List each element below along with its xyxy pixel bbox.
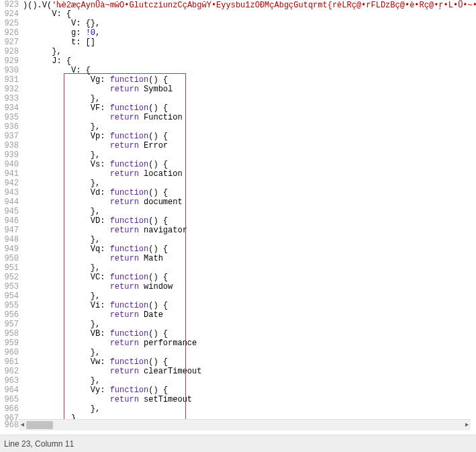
code-line[interactable]: 945 }, xyxy=(0,207,476,216)
code-line[interactable]: 926 g: !0, xyxy=(0,28,476,38)
code-content[interactable]: }, xyxy=(23,376,100,386)
code-content[interactable]: Vq: function() { xyxy=(23,244,168,254)
code-content[interactable]: Vw: function() { xyxy=(23,357,168,367)
code-content[interactable]: return Function xyxy=(23,113,183,122)
code-content[interactable]: Vi: function() { xyxy=(23,301,168,310)
code-content[interactable]: return Date xyxy=(23,310,163,320)
code-line[interactable]: 944 return document xyxy=(0,197,476,207)
code-line[interactable]: 958 VB: function() { xyxy=(0,329,476,338)
code-line[interactable]: 955 Vi: function() { xyxy=(0,301,476,310)
code-content[interactable]: }, xyxy=(23,207,100,216)
code-line[interactable]: 949 Vq: function() { xyxy=(0,244,476,254)
code-content[interactable]: Vg: function() { xyxy=(23,75,168,85)
code-line[interactable]: 950 return Math xyxy=(0,254,476,263)
code-content[interactable]: return Math xyxy=(23,254,163,263)
keyword-function: function xyxy=(110,188,149,197)
scroll-left-arrow-icon[interactable]: ◄ xyxy=(19,420,26,431)
code-line[interactable]: 925 V: {}, xyxy=(0,19,476,28)
code-content[interactable]: Vy: function() { xyxy=(23,386,168,395)
code-content[interactable]: V: {}, xyxy=(23,19,100,28)
code-line[interactable]: 956 return Date xyxy=(0,310,476,320)
code-line[interactable]: 939 }, xyxy=(0,150,476,160)
code-content[interactable]: return clearTimeout xyxy=(23,367,201,376)
code-content[interactable]: Vs: function() { xyxy=(23,160,168,169)
code-line[interactable]: 942 }, xyxy=(0,179,476,188)
code-content[interactable]: }, xyxy=(23,179,100,188)
code-content[interactable]: t: [] xyxy=(23,38,95,47)
code-content[interactable]: VF: function() { xyxy=(23,103,168,113)
code-line[interactable]: 932 return Symbol xyxy=(0,85,476,94)
scroll-thumb[interactable] xyxy=(26,421,53,429)
code-content[interactable]: }, xyxy=(23,291,100,301)
code-line[interactable]: 948 }, xyxy=(0,235,476,244)
code-area[interactable]: 923)().V('ƕè2æçAynŨà~mŵO•GlutcziunzCçAbg… xyxy=(0,0,476,427)
code-line[interactable]: 946 VD: function() { xyxy=(0,216,476,226)
code-line[interactable]: 957 }, xyxy=(0,320,476,329)
code-line[interactable]: 951 }, xyxy=(0,263,476,273)
code-content[interactable]: }, xyxy=(23,235,100,244)
code-content[interactable]: J: { xyxy=(23,56,71,66)
code-line[interactable]: 935 return Function xyxy=(0,113,476,122)
code-content[interactable]: return performance xyxy=(23,338,197,348)
code-content[interactable]: }, xyxy=(23,150,100,160)
code-line[interactable]: 931 Vg: function() { xyxy=(0,75,476,85)
code-content[interactable]: }, xyxy=(23,94,100,103)
code-line[interactable]: 941 return location xyxy=(0,169,476,179)
code-line[interactable]: 964 Vy: function() { xyxy=(0,386,476,395)
code-content[interactable]: return location xyxy=(23,169,183,179)
code-line[interactable]: 933 }, xyxy=(0,94,476,103)
code-line[interactable]: 966 }, xyxy=(0,404,476,414)
code-content[interactable]: return document xyxy=(23,197,183,207)
code-line[interactable]: 959 return performance xyxy=(0,338,476,348)
editor-viewport[interactable]: 923)().V('ƕè2æçAynŨà~mŵO•GlutcziunzCçAbg… xyxy=(0,0,476,431)
code-content[interactable]: )().V('ƕè2æçAynŨà~mŵO•GlutcziunzCçAbgŵY•… xyxy=(23,0,476,10)
code-line[interactable]: 927 t: [] xyxy=(0,38,476,47)
code-line[interactable]: 930 V: { xyxy=(0,66,476,75)
code-content[interactable]: return Error xyxy=(23,141,168,150)
code-line[interactable]: 961 Vw: function() { xyxy=(0,357,476,367)
code-line[interactable]: 965 return setTimeout xyxy=(0,395,476,404)
code-content[interactable]: Vd: function() { xyxy=(23,188,168,197)
code-line[interactable]: 963 }, xyxy=(0,376,476,386)
code-content[interactable]: VC: function() { xyxy=(23,273,168,282)
code-line[interactable]: 954 }, xyxy=(0,291,476,301)
code-content[interactable]: V: { xyxy=(23,9,71,19)
scroll-right-arrow-icon[interactable]: ► xyxy=(463,420,471,431)
code-token: }, xyxy=(23,320,100,329)
code-content[interactable]: }, xyxy=(23,348,100,357)
code-content[interactable]: }, xyxy=(23,47,62,56)
code-content[interactable]: return setTimeout xyxy=(23,395,192,404)
code-line[interactable]: 953 return window xyxy=(0,282,476,291)
code-content[interactable]: V: { xyxy=(23,66,91,75)
code-line[interactable]: 928 }, xyxy=(0,47,476,56)
code-line[interactable]: 952 VC: function() { xyxy=(0,273,476,282)
line-number: 925 xyxy=(0,19,23,28)
code-content[interactable]: return navigator xyxy=(23,226,187,235)
code-line[interactable]: 962 return clearTimeout xyxy=(0,367,476,376)
code-line[interactable]: 923)().V('ƕè2æçAynŨà~mŵO•GlutcziunzCçAbg… xyxy=(0,0,476,9)
code-content[interactable]: VD: function() { xyxy=(23,216,168,226)
code-content[interactable]: return window xyxy=(23,282,173,291)
code-line[interactable]: 940 Vs: function() { xyxy=(0,160,476,169)
code-line[interactable]: 929 J: { xyxy=(0,56,476,66)
code-line[interactable]: 938 return Error xyxy=(0,141,476,150)
code-content[interactable]: VB: function() { xyxy=(23,329,168,338)
horizontal-scrollbar[interactable]: ◄ ► xyxy=(19,419,471,431)
code-line[interactable]: 924 V: { xyxy=(0,9,476,19)
code-content[interactable]: }, xyxy=(23,320,100,329)
code-content[interactable]: }, xyxy=(23,122,100,132)
code-line[interactable]: 947 return navigator xyxy=(0,226,476,235)
line-number: 959 xyxy=(0,338,23,348)
code-content[interactable]: Vp: function() { xyxy=(23,132,168,141)
line-number: 939 xyxy=(0,150,23,160)
code-line[interactable]: 934 VF: function() { xyxy=(0,103,476,113)
code-content[interactable]: }, xyxy=(23,404,100,414)
code-content[interactable]: return Symbol xyxy=(23,85,173,94)
code-content[interactable]: g: !0, xyxy=(23,28,100,38)
code-line[interactable]: 937 Vp: function() { xyxy=(0,132,476,141)
line-number: 962 xyxy=(0,367,23,376)
code-line[interactable]: 943 Vd: function() { xyxy=(0,188,476,197)
code-line[interactable]: 960 }, xyxy=(0,348,476,357)
code-line[interactable]: 936 }, xyxy=(0,122,476,132)
code-content[interactable]: }, xyxy=(23,263,100,273)
